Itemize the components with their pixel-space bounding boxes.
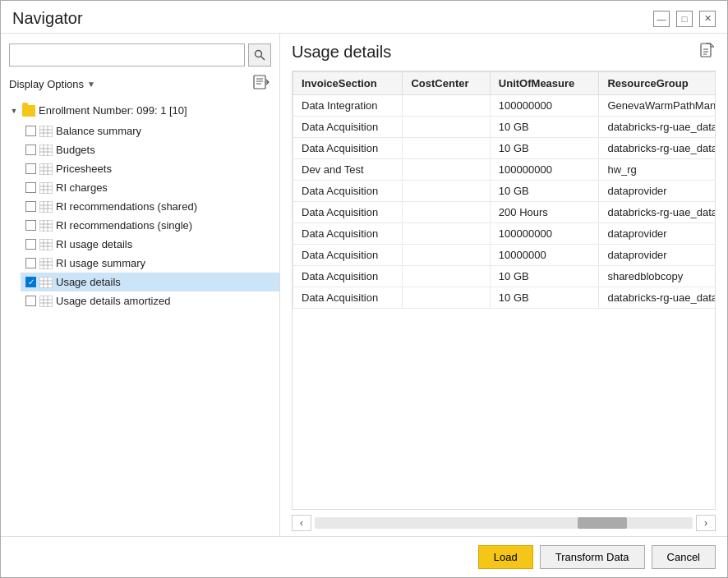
table-cell: 10 GB	[490, 181, 599, 202]
table-row: Data Acquisition10 GBdatabricks-rg-uae_d…	[293, 138, 716, 159]
table-cell: 100000000	[490, 95, 599, 117]
table-cell	[403, 138, 490, 159]
title-bar: Navigator — □ ✕	[1, 1, 727, 34]
table-header-row: InvoiceSection CostCenter UnitOfMeasure …	[293, 72, 716, 95]
close-button[interactable]: ✕	[699, 11, 716, 27]
table-cell: Data Acquisition	[293, 202, 403, 223]
label-ri-rec-single: RI recommendations (single)	[56, 219, 192, 232]
table-body: Data Integration100000000GenevaWarmPathM…	[293, 95, 716, 309]
table-cell: 100000000	[490, 159, 599, 181]
table-cell: Data Acquisition	[293, 266, 403, 287]
checkbox-ri-charges[interactable]	[25, 182, 36, 193]
load-button[interactable]: Load	[478, 545, 533, 569]
tree-item-ri-rec-single[interactable]: RI recommendations (single)	[21, 216, 279, 235]
checkbox-ri-usage-details[interactable]	[25, 239, 36, 250]
main-content: Display Options ▼	[1, 34, 727, 536]
col-header-invoice-section: InvoiceSection	[293, 72, 403, 95]
table-cell: sharedblobcopy	[599, 266, 716, 287]
search-row	[1, 40, 279, 73]
checkbox-usage-details-amortized[interactable]	[25, 296, 36, 306]
col-header-unit-of-measure: UnitOfMeasure	[490, 72, 599, 95]
label-ri-charges: RI charges	[56, 181, 108, 194]
table-cell	[403, 95, 490, 117]
table-cell	[403, 287, 490, 309]
expand-icon: ▼	[9, 107, 19, 115]
dialog-title: Navigator	[12, 9, 83, 28]
table-row: Data Integration100000000GenevaWarmPathM…	[293, 95, 716, 117]
checkbox-ri-rec-single[interactable]	[25, 220, 36, 231]
table-cell: Data Integration	[293, 95, 403, 117]
left-panel: Display Options ▼	[1, 34, 280, 536]
tree-item-usage-details[interactable]: ✓ Usage details	[21, 273, 279, 291]
search-button[interactable]	[248, 44, 271, 67]
checkbox-usage-details[interactable]: ✓	[25, 277, 36, 287]
search-input[interactable]	[9, 44, 245, 67]
col-header-resource-group: ResourceGroup	[599, 72, 716, 95]
label-ri-rec-shared: RI recommendations (shared)	[56, 200, 197, 213]
table-cell: Data Acquisition	[293, 117, 403, 138]
table-cell	[403, 223, 490, 245]
table-icon-balance-summary	[39, 126, 53, 137]
display-options-label: Display Options	[9, 78, 84, 90]
col-header-cost-center: CostCenter	[403, 72, 490, 95]
table-cell: 100000000	[490, 223, 599, 245]
table-cell: Dev and Test	[293, 159, 403, 181]
tree-item-ri-charges[interactable]: RI charges	[21, 178, 279, 197]
label-balance-summary: Balance summary	[56, 125, 141, 137]
table-cell: databricks-rg-uae_databricks-	[599, 117, 716, 138]
import-icon-button[interactable]	[251, 73, 271, 94]
transform-data-button[interactable]: Transform Data	[540, 545, 645, 569]
footer: Load Transform Data Cancel	[1, 536, 727, 577]
tree-item-ri-rec-shared[interactable]: RI recommendations (shared)	[21, 197, 279, 216]
chevron-down-icon: ▼	[87, 80, 95, 89]
scroll-right-button[interactable]: ›	[696, 515, 716, 531]
cancel-button[interactable]: Cancel	[652, 545, 716, 569]
restore-button[interactable]: □	[676, 11, 693, 27]
scroll-track[interactable]	[315, 517, 693, 529]
tree-item-usage-details-amortized[interactable]: Usage details amortized	[21, 291, 279, 310]
table-cell: 200 Hours	[490, 202, 599, 223]
scroll-left-button[interactable]: ‹	[292, 515, 311, 531]
table-icon-usage-details	[39, 277, 53, 288]
table-cell: 10 GB	[490, 117, 599, 138]
table-row: Data Acquisition10 GBdataprovider	[293, 181, 716, 202]
svg-rect-2	[254, 76, 265, 89]
export-icon-button[interactable]	[699, 42, 716, 62]
tree-item-ri-usage-details[interactable]: RI usage details	[21, 235, 279, 254]
svg-rect-17	[39, 163, 53, 175]
tree-item-balance-summary[interactable]: Balance summary	[21, 122, 279, 140]
table-row: Data Acquisition10 GBdatabricks-rg-uae_d…	[293, 287, 716, 309]
checkbox-budgets[interactable]	[25, 144, 36, 155]
import-icon	[253, 75, 270, 89]
right-panel: Usage details InvoiceSecti	[280, 34, 727, 536]
tree-item-ri-usage-summary[interactable]: RI usage summary	[21, 254, 279, 273]
svg-rect-12	[39, 144, 53, 156]
table-icon-ri-rec-single	[39, 220, 53, 232]
label-ri-usage-details: RI usage details	[56, 238, 132, 250]
svg-rect-27	[39, 201, 53, 213]
tree-root[interactable]: ▼ Enrollment Number: 099: 1 [10]	[4, 101, 279, 122]
label-budgets: Budgets	[56, 144, 95, 156]
tree-item-pricesheets[interactable]: Pricesheets	[21, 159, 279, 178]
svg-rect-37	[39, 239, 53, 250]
table-cell: GenevaWarmPathManageRG	[599, 95, 716, 117]
table-icon-pricesheets	[39, 163, 53, 175]
table-cell: databricks-rg-uae_databricks-	[599, 287, 716, 309]
table-cell: Data Acquisition	[293, 223, 403, 245]
checkbox-ri-usage-summary[interactable]	[25, 258, 36, 268]
checkbox-pricesheets[interactable]	[25, 163, 36, 174]
table-cell: 10 GB	[490, 266, 599, 287]
tree-area: ▼ Enrollment Number: 099: 1 [10]	[1, 101, 279, 536]
table-cell: 10000000	[490, 245, 599, 266]
table-icon-ri-rec-shared	[39, 201, 53, 213]
table-icon-budgets	[39, 144, 53, 156]
checkbox-balance-summary[interactable]	[25, 126, 36, 136]
tree-item-budgets[interactable]: Budgets	[21, 140, 279, 159]
table-cell: Data Acquisition	[293, 181, 403, 202]
svg-rect-52	[39, 296, 53, 307]
checkbox-ri-rec-shared[interactable]	[25, 201, 36, 212]
minimize-button[interactable]: —	[653, 11, 670, 27]
scroll-thumb[interactable]	[578, 517, 627, 529]
table-cell: databricks-rg-uae_databricks-	[599, 202, 716, 223]
display-options-button[interactable]: Display Options ▼	[9, 78, 95, 90]
